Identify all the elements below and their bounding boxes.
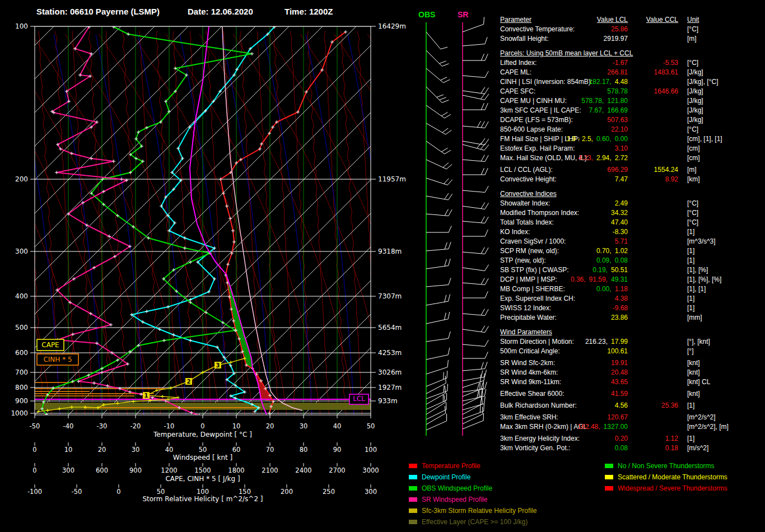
pressure-tick-label: 800	[15, 384, 28, 391]
value-ccl: 25.36	[500, 401, 678, 410]
svg-text:3000: 3000	[362, 466, 379, 474]
value-ccl: 1554.24	[500, 165, 678, 175]
unit-label: [°C]	[687, 58, 698, 68]
svg-text:1500: 1500	[194, 466, 211, 474]
axis-0: -50-40-30-20-1001020304050Temperature, D…	[30, 415, 375, 438]
unit-label: [1]	[687, 256, 694, 265]
skewt-diagram: 321CAPECINH * 5LCL10016429m20011957m3009…	[0, 0, 504, 532]
svg-text:70: 70	[266, 446, 274, 454]
value-ccl: 1646.66	[500, 87, 678, 96]
height-tick-label: 11957m	[378, 175, 406, 183]
value-lcl: 47.40	[500, 218, 628, 227]
table-row: SR Wind Sfc-2km:19.91[knt]	[500, 358, 763, 368]
svg-text:50: 50	[157, 488, 165, 496]
table-row: Convective Height:7.478.92[km]	[500, 175, 763, 184]
unit-label: [°C]	[687, 218, 698, 227]
svg-text:50: 50	[367, 422, 375, 430]
axis-3: -100-50050100150200250300Storm Relative …	[27, 484, 377, 503]
unit-label: [J/kg]	[687, 68, 703, 77]
svg-text:2100: 2100	[262, 466, 278, 474]
unit-label: [m^2/s^2], [m]	[687, 422, 729, 432]
profile-legend-item: SR Windspeed Profile	[409, 494, 537, 505]
unit-label: [cm]	[687, 153, 700, 163]
legend-swatch	[409, 475, 417, 479]
unit-label: [m/s^2]	[687, 444, 708, 453]
unit-label: [1]	[687, 434, 694, 444]
table-row: SCP RM (new, old):0.70, 1.02[1]	[500, 246, 763, 256]
table-row: 500m Critical Angle:100.61[°]	[500, 347, 763, 356]
svg-text:0: 0	[116, 488, 120, 496]
table-row: Craven SigSvr / 1000:5.71[m^3/s^3]	[500, 237, 763, 246]
value-lcl: 20.48	[500, 368, 628, 377]
table-row: FM Hail Size | SHIP | LHP:1.9 - 2.5, 0.6…	[500, 134, 763, 144]
sr-wind-column-label: SR	[458, 10, 468, 19]
table-row: CAPE SFC:578.781646.66[J/kg]	[500, 87, 763, 96]
svg-text:1200: 1200	[161, 466, 177, 474]
value-lcl: 4.38	[500, 294, 628, 304]
value-lcl: 0.70, 1.02	[500, 246, 628, 256]
height-tick-label: 9318m	[378, 248, 402, 255]
lcl-label-box: LCL	[349, 394, 368, 404]
value-lcl: 507.63	[500, 115, 628, 125]
unit-label: [1]	[687, 401, 694, 410]
height-tick-label: 3026m	[378, 368, 402, 376]
pressure-tick-label: 900	[15, 397, 28, 405]
legend-swatch	[605, 486, 613, 491]
unit-label: [J/kg]	[687, 106, 703, 115]
table-row: Convective Temperature:25.86[°C]	[500, 25, 763, 34]
skewt-app: Station: 06610 Payerne (LSMP) Date: 12.0…	[0, 0, 765, 532]
legend-label: Effective Layer (CAPE >= 100 J/kg)	[422, 518, 528, 526]
obs-wind-column-label: OBS	[418, 10, 435, 19]
obs-wind-barbs	[426, 22, 453, 436]
profile-legend: Temperature ProfileDewpoint ProfileOBS W…	[409, 460, 537, 528]
value-lcl: 43.65	[500, 377, 628, 387]
legend-label: Scattered / Moderate Thunderstorms	[618, 473, 727, 481]
table-row: CAPE ML:266.811483.61[J/kg]	[500, 68, 763, 77]
table-row: DCP | MMP | MSP:0.36, 91.59, 49.31[1], […	[500, 275, 763, 284]
value-lcl: 41.59	[500, 389, 628, 399]
table-row: Effective Shear 6000:41.59[knt]	[500, 389, 763, 399]
svg-text:30: 30	[132, 446, 140, 454]
unit-label: [J/kg]	[687, 115, 703, 125]
svg-text:90: 90	[333, 446, 342, 454]
value-lcl: 4.23, 2.94, 2.72	[500, 153, 628, 163]
pressure-tick-label: 200	[15, 175, 28, 183]
unit-label: [mm]	[687, 313, 702, 323]
axis-title: Storm Relative Helicity [ m^2/s^2 ]	[142, 495, 263, 503]
value-lcl: 7.67, 166.69	[500, 106, 628, 115]
skewt-svg: 321CAPECINH * 5LCL10016429m20011957m3009…	[0, 0, 504, 532]
table-row: Precipitable Water:23.86[mm]	[500, 313, 763, 323]
svg-text:3: 3	[216, 362, 220, 368]
unit-label: [°], [knt]	[687, 337, 710, 347]
height-tick-label: 4253m	[378, 349, 402, 357]
value-lcl: 0.00, 1.18	[500, 284, 628, 294]
svg-text:10: 10	[64, 446, 73, 454]
axis-1: 0102030405060708090100Windspeed [ knt ]	[32, 442, 377, 461]
legend-swatch	[409, 486, 417, 491]
profile-legend-item: Temperature Profile	[409, 460, 537, 472]
value-lcl: 22.10	[500, 125, 628, 134]
svg-text:20: 20	[98, 446, 106, 454]
svg-text:900: 900	[129, 466, 142, 474]
svg-text:80: 80	[300, 446, 308, 454]
value-lcl: 578.78, 121.80	[500, 96, 628, 106]
srh-km-marker: 2	[185, 378, 192, 385]
svg-text:1800: 1800	[228, 466, 244, 474]
unit-label: [1], [%], [%]	[687, 275, 721, 284]
svg-text:100: 100	[365, 446, 377, 454]
table-row: SR Wind 9km-11km:43.65[knt] CL	[500, 377, 763, 387]
svg-text:2: 2	[187, 379, 191, 385]
axis-2: 03006009001200150018002100240027003000CA…	[32, 463, 379, 483]
unit-label: [°]	[687, 347, 693, 356]
pressure-tick-label: 300	[15, 248, 28, 255]
svg-text:20: 20	[266, 422, 274, 430]
svg-text:60: 60	[232, 446, 241, 454]
value-lcl: 0.36, 91.59, 49.31	[500, 275, 628, 284]
value-ccl: 0.18	[500, 444, 678, 453]
unit-label: [°C]	[687, 208, 698, 218]
legend-swatch	[409, 464, 417, 468]
unit-label: [cm]	[687, 144, 700, 153]
svg-text:600: 600	[96, 466, 108, 474]
svg-text:40: 40	[165, 446, 174, 454]
svg-text:30: 30	[300, 422, 308, 430]
